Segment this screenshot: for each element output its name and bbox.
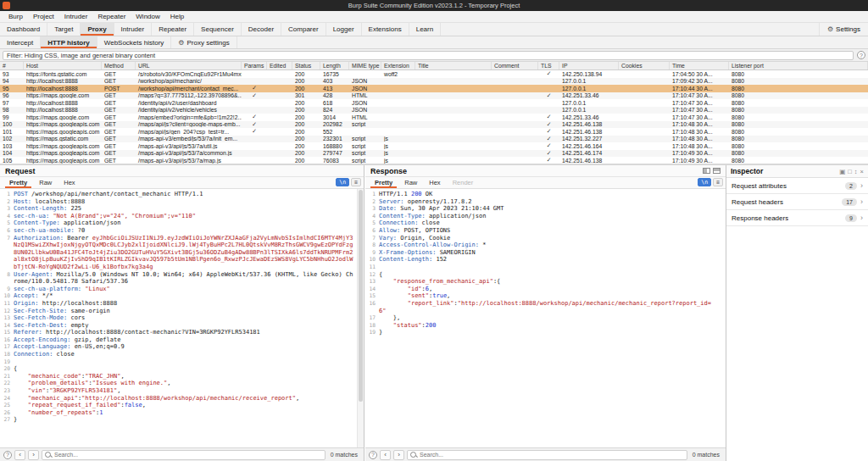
history-row[interactable]: 96https://maps.google.comGET/maps?q=37.7… — [0, 92, 868, 100]
editor-tab-pretty[interactable]: Pretty — [3, 177, 33, 188]
menu-project[interactable]: Project — [28, 13, 59, 20]
menu-intruder[interactable]: Intruder — [59, 13, 93, 20]
response-header-icons — [703, 168, 721, 174]
col-extension[interactable]: Extension — [381, 62, 415, 69]
prev-match-button[interactable]: ‹ — [380, 450, 391, 460]
editor-line: 14Sec-Fetch-Dest: empty — [0, 322, 364, 330]
layout-rows-icon[interactable] — [713, 168, 721, 174]
filter-field[interactable]: Filter: Hiding CSS, image and general bi… — [3, 51, 854, 60]
request-scrollbar[interactable] — [357, 189, 364, 447]
editor-tab-raw[interactable]: Raw — [33, 177, 58, 188]
col-host[interactable]: Host — [24, 62, 102, 69]
help-icon[interactable]: ? — [3, 451, 12, 459]
subtab-websockets-history[interactable]: WebSockets history — [97, 36, 172, 48]
subtab-proxy-settings[interactable]: ⚙Proxy settings — [171, 36, 236, 48]
menu-help[interactable]: Help — [165, 13, 189, 20]
tab-comparer[interactable]: Comparer — [281, 23, 326, 36]
cell-length: 16735 — [320, 71, 349, 77]
tab-learn[interactable]: Learn — [409, 23, 441, 36]
history-row[interactable]: 101https://maps.googleapis.comGET/maps/a… — [0, 128, 868, 136]
col-ip[interactable]: IP — [559, 62, 619, 69]
dock-icon[interactable]: ▣ — [839, 168, 845, 175]
editor-tab-pretty[interactable]: Pretty — [369, 177, 398, 188]
col-time[interactable]: Time — [670, 62, 729, 69]
history-row[interactable]: 95http://localhost:8888POST/workshop/api… — [0, 85, 868, 92]
col-tls[interactable]: TLS — [538, 62, 559, 69]
history-row[interactable]: 104https://maps.googleapis.comGET/maps-a… — [0, 150, 868, 158]
inspector-section-request-attributes[interactable]: Request attributes2› — [726, 178, 868, 194]
history-row[interactable]: 93https://fonts.gstatic.comGET/s/roboto/… — [0, 70, 868, 78]
history-row[interactable]: 102https://maps.gstatic.comGET/maps-api-… — [0, 136, 868, 143]
editor-toolbar: \n≡ — [698, 178, 723, 186]
cell-num: 104 — [0, 150, 24, 156]
history-row[interactable]: 105https://maps.googleapis.comGET/maps-a… — [0, 157, 868, 164]
nonprinting-toggle-button[interactable]: \n — [336, 178, 349, 186]
line-number: 2 — [0, 198, 14, 206]
tab-logger[interactable]: Logger — [326, 23, 362, 36]
tab-dashboard[interactable]: Dashboard — [0, 23, 47, 36]
response-search-input[interactable] — [420, 452, 684, 458]
menu-window[interactable]: Window — [131, 13, 164, 20]
col-length[interactable]: Length — [320, 62, 349, 69]
request-editor[interactable]: 1POST /workshop/api/merchant/contact_mec… — [0, 189, 364, 447]
editor-line: 19} — [365, 329, 726, 336]
col-cookies[interactable]: Cookies — [619, 62, 670, 69]
settings-button[interactable]: ⚙ Settings — [819, 23, 868, 36]
editor-menu-button[interactable]: ≡ — [713, 178, 723, 186]
editor-tab-render[interactable]: Render — [447, 177, 480, 188]
history-row[interactable]: 100https://maps.googleapis.comGET/maps/a… — [0, 121, 868, 129]
col-comment[interactable]: Comment — [492, 62, 538, 69]
editor-line: 4sec-ch-ua: "Not A(Brand";v="24", "Chrom… — [0, 213, 364, 220]
col-number[interactable]: # — [0, 62, 24, 69]
prev-match-button[interactable]: ‹ — [14, 450, 25, 460]
editor-menu-button[interactable]: ≡ — [351, 178, 361, 186]
history-row[interactable]: 94http://localhost:8888GET/workshop/api/… — [0, 78, 868, 86]
history-row[interactable]: 103https://maps.googleapis.comGET/maps-a… — [0, 142, 868, 150]
inspector-section-request-headers[interactable]: Request headers17› — [726, 194, 868, 210]
help-icon[interactable]: ? — [857, 51, 865, 59]
close-icon[interactable]: × — [860, 168, 864, 175]
response-search-field[interactable] — [407, 450, 687, 460]
col-title[interactable]: Title — [415, 62, 492, 69]
request-search-input[interactable] — [54, 452, 322, 458]
editor-tab-hex[interactable]: Hex — [423, 177, 446, 188]
next-match-button[interactable]: › — [393, 450, 404, 460]
scrollbar-thumb[interactable] — [359, 190, 363, 402]
tab-sequencer[interactable]: Sequencer — [194, 23, 242, 36]
resize-icon[interactable]: ↕ — [854, 168, 858, 175]
response-editor[interactable]: 1HTTP/1.1 200 OK2Server: openresty/1.17.… — [365, 189, 726, 447]
editor-tab-raw[interactable]: Raw — [398, 177, 423, 188]
col-listener-port[interactable]: Listener port — [729, 62, 868, 69]
history-row[interactable]: 97http://localhost:8888GET/identity/api/… — [0, 99, 868, 107]
request-search-field[interactable] — [42, 450, 326, 460]
col-edited[interactable]: Edited — [267, 62, 292, 69]
col-method[interactable]: Method — [102, 62, 136, 69]
subtab-intercept[interactable]: Intercept — [0, 36, 41, 48]
layout-columns-icon[interactable] — [703, 168, 710, 174]
tab-proxy[interactable]: Proxy — [81, 23, 114, 36]
tab-repeater[interactable]: Repeater — [152, 23, 194, 36]
help-icon[interactable]: ? — [369, 451, 377, 459]
editor-tab-hex[interactable]: Hex — [58, 177, 81, 188]
request-editor-tabs: PrettyRawHex\n≡ — [0, 177, 364, 189]
menu-burp[interactable]: Burp — [3, 13, 28, 20]
nonprinting-toggle-button[interactable]: \n — [698, 178, 711, 186]
menu-repeater[interactable]: Repeater — [92, 13, 131, 20]
subtab-http-history[interactable]: HTTP history — [41, 36, 97, 48]
col-mime-type[interactable]: MIME type — [349, 62, 381, 69]
history-row[interactable]: 99https://maps.google.comGET/maps/embed?… — [0, 114, 868, 121]
history-row[interactable]: 98http://localhost:8888GET/identity/api/… — [0, 107, 868, 114]
tab-extensions[interactable]: Extensions — [362, 23, 409, 36]
cell-host: https://maps.googleapis.com — [24, 150, 102, 156]
next-match-button[interactable]: › — [28, 450, 39, 460]
inspector-section-response-headers[interactable]: Response headers9› — [726, 210, 868, 226]
col-params[interactable]: Params — [242, 62, 267, 69]
cell-length: 403 — [320, 78, 349, 84]
tab-intruder[interactable]: Intruder — [114, 23, 153, 36]
tab-target[interactable]: Target — [47, 23, 81, 36]
tab-decoder[interactable]: Decoder — [242, 23, 281, 36]
cell-url: /maps/api/js?client=google-maps-emb... — [136, 121, 242, 127]
col-url[interactable]: URL — [136, 62, 242, 69]
layout-icon[interactable]: □ — [848, 168, 852, 175]
col-status[interactable]: Status — [292, 62, 320, 69]
